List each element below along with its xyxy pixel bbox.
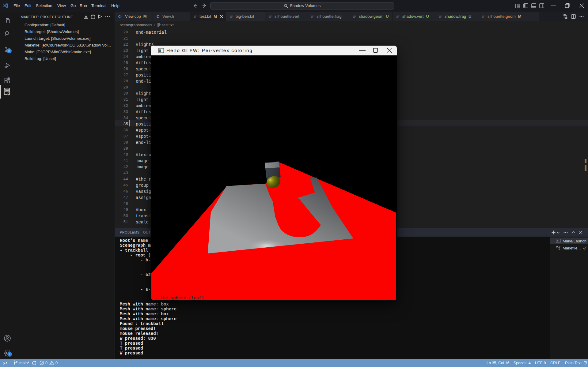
svg-text:C: C (118, 15, 121, 18)
svg-text:C: C (157, 14, 160, 19)
